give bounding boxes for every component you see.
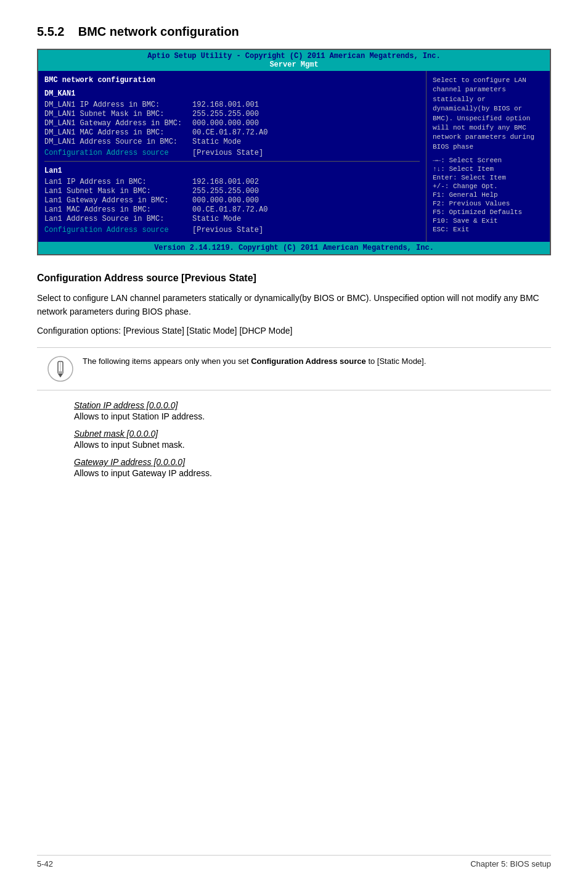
bios-header-line1: Aptio Setup Utility - Copyright (C) 2011… — [147, 52, 440, 60]
bios-row-value: 192.168.001.001 — [192, 101, 259, 109]
nav-select-screen: →←: Select Screen — [433, 157, 544, 164]
bios-data-row: DM_LAN1 Address Source in BMC:Static Mod… — [44, 138, 420, 146]
svg-marker-4 — [58, 374, 63, 377]
bios-row-label: Lan1 Subnet Mask in BMC: — [44, 187, 192, 196]
bios-row-label: DM_LAN1 Subnet Mask in BMC: — [44, 110, 192, 118]
bios-data-row: DM_LAN1 Subnet Mask in BMC:255.255.255.0… — [44, 110, 420, 118]
bios-group1-rows: DM_LAN1 IP Address in BMC:192.168.001.00… — [44, 101, 420, 146]
page-footer: 5-42 Chapter 5: BIOS setup — [37, 855, 551, 868]
footer-page-number: 5-42 — [37, 859, 53, 868]
content-heading: Configuration Address source [Previous S… — [37, 273, 551, 284]
bios-row-value: 000.000.000.000 — [192, 196, 259, 205]
sub-item-title: Station IP address [0.0.0.0] — [74, 400, 551, 410]
note-box: The following items appears only when yo… — [37, 347, 551, 390]
bios-row-value: 000.000.000.000 — [192, 119, 259, 128]
nav-esc: ESC: Exit — [433, 226, 544, 233]
bios-row-label: DM_LAN1 MAC Address in BMC: — [44, 128, 192, 137]
content-paragraph2: Configuration options: [Previous State] … — [37, 324, 551, 337]
section-heading-text: BMC network configuration — [78, 25, 239, 38]
bios-header: Aptio Setup Utility - Copyright (C) 2011… — [38, 50, 550, 71]
bios-row-label: DM_LAN1 IP Address in BMC: — [44, 101, 192, 109]
nav-f10: F10: Save & Exit — [433, 217, 544, 225]
bios-header-highlight: Server Mgmt — [269, 60, 318, 69]
bios-row-label: Lan1 MAC Address in BMC: — [44, 205, 192, 214]
bios-config2-value: [Previous State] — [192, 226, 263, 234]
note-text-before: The following items appears only when yo… — [83, 357, 251, 366]
note-text: The following items appears only when yo… — [83, 355, 426, 368]
bios-row-label: Lan1 Gateway Address in BMC: — [44, 196, 192, 205]
bios-row-value: 255.255.255.000 — [192, 110, 259, 118]
bios-row-value: Static Mode — [192, 138, 241, 146]
bios-config1-row: Configuration Address source [Previous S… — [44, 149, 420, 157]
note-icon — [47, 355, 74, 382]
section-number: 5.5.2 — [37, 25, 64, 38]
nav-enter: Enter: Select Item — [433, 174, 544, 181]
bios-row-label: Lan1 IP Address in BMC: — [44, 178, 192, 186]
section-title: 5.5.2 BMC network configuration — [37, 25, 551, 39]
nav-f2: F2: Previous Values — [433, 200, 544, 207]
bios-main-title: BMC network configuration — [44, 76, 420, 85]
bios-config2-label: Configuration Address source — [44, 226, 192, 234]
footer-chapter: Chapter 5: BIOS setup — [470, 859, 551, 868]
bios-data-row: Lan1 IP Address in BMC:192.168.001.002 — [44, 178, 420, 186]
bios-row-value: 255.255.255.000 — [192, 187, 259, 196]
sub-item-desc: Allows to input Station IP address. — [74, 411, 551, 421]
nav-f1: F1: General Help — [433, 191, 544, 199]
bios-data-row: Lan1 MAC Address in BMC:00.CE.01.87.72.A… — [44, 205, 420, 214]
bios-group2-title: Lan1 — [44, 167, 420, 175]
note-text-after: to [Static Mode]. — [366, 357, 427, 366]
sub-item-desc: Allows to input Subnet mask. — [74, 440, 551, 450]
bios-screen: Aptio Setup Utility - Copyright (C) 2011… — [37, 49, 551, 255]
bios-config1-label: Configuration Address source — [44, 149, 192, 157]
bios-data-row: Lan1 Subnet Mask in BMC:255.255.255.000 — [44, 187, 420, 196]
bios-row-value: 00.CE.01.87.72.A0 — [192, 128, 267, 137]
bios-data-row: DM_LAN1 MAC Address in BMC:00.CE.01.87.7… — [44, 128, 420, 137]
note-bold: Configuration Address source — [251, 357, 366, 366]
bios-footer: Version 2.14.1219. Copyright (C) 2011 Am… — [38, 242, 550, 254]
bios-data-row: Lan1 Gateway Address in BMC:000.000.000.… — [44, 196, 420, 205]
bios-config1-value: [Previous State] — [192, 149, 263, 157]
bios-row-label: DM_LAN1 Gateway Address in BMC: — [44, 119, 192, 128]
bios-right-info: Select to configure LAN channel paramete… — [433, 76, 544, 152]
sub-item-desc: Allows to input Gateway IP address. — [74, 468, 551, 478]
bios-row-label: Lan1 Address Source in BMC: — [44, 215, 192, 223]
bios-data-row: DM_LAN1 IP Address in BMC:192.168.001.00… — [44, 101, 420, 109]
bios-group1-title: DM_KAN1 — [44, 89, 420, 98]
sub-item-title: Gateway IP address [0.0.0.0] — [74, 457, 551, 467]
bios-data-row: DM_LAN1 Gateway Address in BMC:000.000.0… — [44, 119, 420, 128]
sub-items-list: Station IP address [0.0.0.0]Allows to in… — [37, 400, 551, 478]
sub-item-title: Subnet mask [0.0.0.0] — [74, 429, 551, 439]
bios-row-value: 00.CE.01.87.72.A0 — [192, 205, 267, 214]
bios-right-nav: →←: Select Screen ↑↓: Select Item Enter:… — [433, 157, 544, 233]
bios-row-label: DM_LAN1 Address Source in BMC: — [44, 138, 192, 146]
bios-config2-row: Configuration Address source [Previous S… — [44, 226, 420, 234]
bios-body: BMC network configuration DM_KAN1 DM_LAN… — [38, 71, 550, 242]
bios-group2-rows: Lan1 IP Address in BMC:192.168.001.002La… — [44, 178, 420, 223]
pencil-icon — [47, 355, 74, 382]
sub-item: Gateway IP address [0.0.0.0]Allows to in… — [74, 457, 551, 478]
bios-left-panel: BMC network configuration DM_KAN1 DM_LAN… — [38, 71, 427, 242]
bios-right-panel: Select to configure LAN channel paramete… — [427, 71, 550, 242]
nav-select-item: ↑↓: Select Item — [433, 165, 544, 173]
nav-change-opt: +/-: Change Opt. — [433, 183, 544, 190]
sub-item: Subnet mask [0.0.0.0]Allows to input Sub… — [74, 429, 551, 450]
content-paragraph1: Select to configure LAN channel paramete… — [37, 291, 551, 319]
bios-row-value: Static Mode — [192, 215, 241, 223]
bios-row-value: 192.168.001.002 — [192, 178, 259, 186]
sub-item: Station IP address [0.0.0.0]Allows to in… — [74, 400, 551, 421]
bios-data-row: Lan1 Address Source in BMC:Static Mode — [44, 215, 420, 223]
nav-f5: F5: Optimized Defaults — [433, 208, 544, 216]
